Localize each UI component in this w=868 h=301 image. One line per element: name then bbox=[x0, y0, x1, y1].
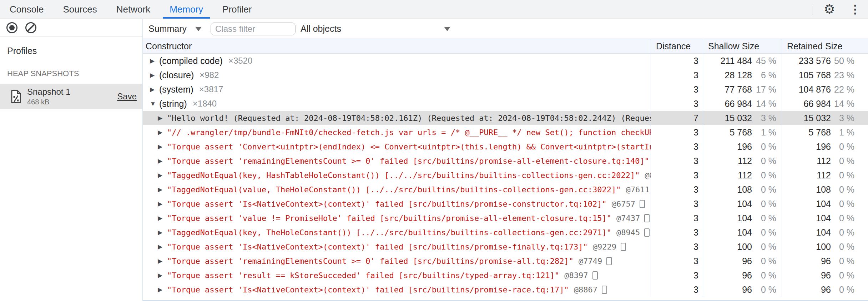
expander-closed-icon[interactable]: ▶ bbox=[158, 187, 167, 193]
tab-label: Console bbox=[10, 4, 44, 15]
shallow-size-percent: 0 % bbox=[752, 213, 776, 223]
table-row[interactable]: ▶"Torque assert 'result == kStoreSuccede… bbox=[143, 268, 868, 282]
retained-size-cell: 960 % bbox=[782, 254, 868, 268]
retained-size-value: 100 bbox=[782, 242, 831, 252]
expander-open-icon[interactable]: ▼ bbox=[150, 101, 159, 107]
constructor-cell: ▶"Torque assert 'remainingElementsCount … bbox=[143, 154, 651, 168]
missing-glyph-box-icon bbox=[621, 243, 626, 251]
shallow-size-value: 77 768 bbox=[703, 84, 752, 95]
kebab-menu-icon[interactable]: ⋮ bbox=[849, 4, 861, 15]
tab-console[interactable]: Console bbox=[0, 0, 53, 19]
retained-size-value: 108 bbox=[782, 184, 831, 195]
expander-closed-icon[interactable]: ▶ bbox=[158, 158, 167, 164]
record-heap-snapshot-icon[interactable] bbox=[6, 22, 17, 33]
table-row[interactable]: ▶"Hello world! (Requested at: 2024-08-19… bbox=[143, 111, 868, 125]
retained-size-value: 96 bbox=[782, 270, 831, 281]
string-value: "Torque assert 'value != PromiseHole' fa… bbox=[167, 214, 611, 223]
table-row[interactable]: ▶"TaggedNotEqual(key, HashTableHoleConst… bbox=[143, 168, 868, 182]
expander-closed-icon[interactable]: ▶ bbox=[158, 144, 167, 150]
snapshot-content: Summary All objects Constructor Distance… bbox=[143, 19, 868, 301]
table-row[interactable]: ▶"// .wrangler/tmp/bundle-FmNIt0/checked… bbox=[143, 125, 868, 139]
perspective-select[interactable]: Summary bbox=[148, 24, 202, 34]
table-row[interactable]: ▶"Torque assert 'Convert<uintptr>(endInd… bbox=[143, 139, 868, 154]
shallow-size-value: 104 bbox=[703, 213, 752, 223]
table-row[interactable]: ▶(closure)×982328 1286 %105 76823 % bbox=[143, 68, 868, 82]
shallow-size-value: 15 032 bbox=[703, 113, 752, 123]
shallow-size-value: 112 bbox=[703, 156, 752, 166]
save-snapshot-link[interactable]: Save bbox=[117, 92, 137, 102]
shallow-size-value: 66 984 bbox=[703, 99, 752, 109]
shallow-size-percent: 0 % bbox=[752, 285, 776, 295]
string-value: "Torque assert 'Is<NativeContext>(contex… bbox=[167, 199, 607, 208]
settings-gear-icon[interactable]: ⚙ bbox=[824, 3, 835, 16]
string-value: "Torque assert 'result == kStoreSucceded… bbox=[167, 271, 559, 280]
table-row[interactable]: ▶"Torque assert 'remainingElementsCount … bbox=[143, 154, 868, 168]
column-header-distance[interactable]: Distance bbox=[651, 39, 703, 53]
expander-closed-icon[interactable]: ▶ bbox=[150, 58, 159, 64]
shallow-size-percent: 0 % bbox=[752, 199, 776, 209]
devtools-tabbar: ConsoleSourcesNetworkMemoryProfiler ⚙ ⋮ bbox=[0, 0, 868, 19]
table-row[interactable]: ▶"TaggedNotEqual(value, TheHoleConstant(… bbox=[143, 182, 868, 197]
expander-closed-icon[interactable]: ▶ bbox=[158, 172, 167, 178]
retained-size-value: 96 bbox=[782, 256, 831, 266]
column-header-retained-size[interactable]: Retained Size bbox=[782, 39, 868, 53]
retained-size-value: 104 bbox=[782, 199, 831, 209]
clear-profiles-icon[interactable] bbox=[25, 22, 36, 33]
distance-cell: 3 bbox=[651, 254, 703, 268]
tab-profiler[interactable]: Profiler bbox=[213, 0, 261, 19]
constructor-name: (closure) bbox=[159, 70, 194, 80]
shallow-size-cell: 15 0323 % bbox=[703, 111, 782, 125]
retained-size-cell: 104 87622 % bbox=[782, 82, 868, 97]
snapshot-meta: Snapshot 1 468 kB bbox=[27, 87, 70, 106]
shallow-size-percent: 0 % bbox=[752, 270, 776, 281]
chevron-down-icon bbox=[195, 27, 202, 31]
column-header-shallow-size[interactable]: Shallow Size bbox=[703, 39, 782, 53]
tab-label: Memory bbox=[170, 4, 203, 15]
expander-closed-icon[interactable]: ▶ bbox=[150, 87, 159, 93]
snapshot-item[interactable]: Snapshot 1 468 kB Save bbox=[0, 84, 142, 109]
object-id: @7611 bbox=[626, 185, 650, 194]
table-row[interactable]: ▶"Torque assert 'value != PromiseHole' f… bbox=[143, 211, 868, 225]
tab-sources[interactable]: Sources bbox=[53, 0, 106, 19]
retained-size-cell: 960 % bbox=[782, 268, 868, 282]
column-header-constructor[interactable]: Constructor bbox=[143, 39, 651, 53]
table-row[interactable]: ▶"TaggedNotEqual(key, TheHoleConstant())… bbox=[143, 225, 868, 240]
expander-closed-icon[interactable]: ▶ bbox=[158, 115, 167, 121]
retained-size-value: 105 768 bbox=[782, 70, 831, 80]
shallow-size-cell: 211 48445 % bbox=[703, 54, 782, 68]
tab-network[interactable]: Network bbox=[107, 0, 160, 19]
missing-glyph-box-icon bbox=[644, 214, 650, 222]
shallow-size-value: 100 bbox=[703, 242, 752, 252]
shallow-size-cell: 960 % bbox=[703, 282, 782, 297]
table-row[interactable]: ▶"Torque assert 'Is<NativeContext>(conte… bbox=[143, 240, 868, 254]
table-row[interactable]: ▼(string)×1840366 98414 %66 98414 % bbox=[143, 97, 868, 111]
table-row[interactable]: ▶"Torque assert 'Is<NativeContext>(conte… bbox=[143, 197, 868, 211]
expander-closed-icon[interactable]: ▶ bbox=[158, 230, 167, 236]
expander-closed-icon[interactable]: ▶ bbox=[150, 72, 159, 78]
constructor-cell: ▶(system)×3817 bbox=[143, 82, 651, 97]
missing-glyph-box-icon bbox=[592, 271, 598, 280]
table-row[interactable]: ▶(compiled code)×35203211 48445 %233 576… bbox=[143, 54, 868, 68]
expander-closed-icon[interactable]: ▶ bbox=[158, 287, 167, 293]
shallow-size-cell: 5 7681 % bbox=[703, 125, 782, 139]
object-id: @8397 bbox=[564, 271, 588, 280]
expander-closed-icon[interactable]: ▶ bbox=[158, 244, 167, 250]
expander-closed-icon[interactable]: ▶ bbox=[158, 201, 167, 207]
distance-cell: 3 bbox=[651, 182, 703, 197]
objects-filter-select[interactable]: All objects bbox=[301, 24, 450, 34]
retained-size-value: 15 032 bbox=[782, 113, 831, 123]
table-row[interactable]: ▶(system)×3817377 76817 %104 87622 % bbox=[143, 82, 868, 97]
shallow-size-cell: 1040 % bbox=[703, 225, 782, 240]
shallow-size-value: 96 bbox=[703, 270, 752, 281]
retained-size-percent: 0 % bbox=[831, 256, 854, 266]
table-row[interactable]: ▶"Torque assert 'Is<NativeContext>(conte… bbox=[143, 282, 868, 297]
distance-cell: 3 bbox=[651, 197, 703, 211]
tab-memory[interactable]: Memory bbox=[160, 0, 213, 19]
object-id: @8945 bbox=[616, 228, 640, 237]
expander-closed-icon[interactable]: ▶ bbox=[158, 258, 167, 264]
expander-closed-icon[interactable]: ▶ bbox=[158, 129, 167, 135]
class-filter-input[interactable] bbox=[211, 23, 296, 35]
table-row[interactable]: ▶"Torque assert 'remainingElementsCount … bbox=[143, 254, 868, 268]
expander-closed-icon[interactable]: ▶ bbox=[158, 215, 167, 221]
expander-closed-icon[interactable]: ▶ bbox=[158, 272, 167, 278]
